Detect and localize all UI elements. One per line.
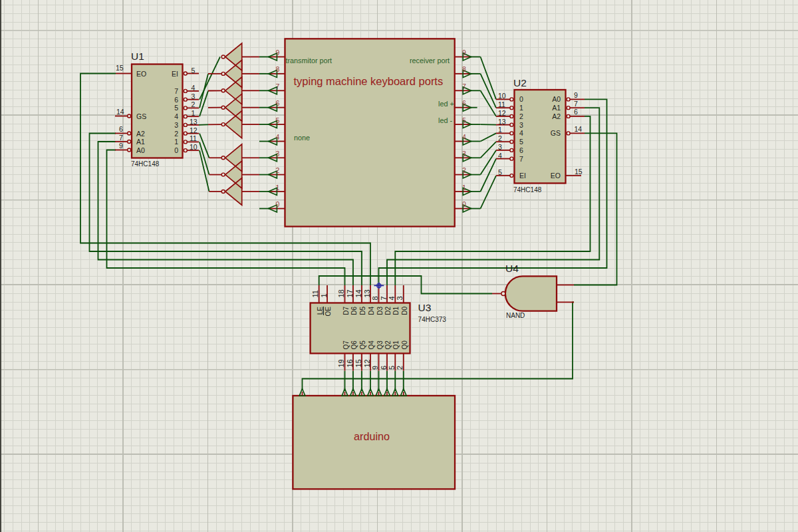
svg-text:4: 4	[276, 133, 280, 141]
svg-text:4: 4	[519, 129, 523, 137]
svg-text:typing machine keyboard ports: typing machine keyboard ports	[294, 75, 444, 87]
svg-text:13: 13	[190, 118, 198, 126]
svg-text:EI: EI	[172, 70, 178, 78]
svg-text:6: 6	[519, 146, 523, 154]
svg-text:14: 14	[575, 125, 583, 133]
svg-text:Q1: Q1	[392, 340, 400, 350]
svg-text:3: 3	[174, 121, 178, 129]
svg-text:3: 3	[498, 143, 502, 151]
svg-text:14: 14	[116, 108, 124, 116]
svg-text:Q6: Q6	[350, 340, 358, 350]
svg-text:74HC373: 74HC373	[418, 316, 447, 323]
svg-text:13: 13	[498, 118, 506, 126]
svg-text:D7: D7	[342, 307, 350, 315]
svg-text:9: 9	[574, 91, 578, 99]
svg-text:Q2: Q2	[384, 340, 392, 350]
svg-text:0: 0	[519, 95, 523, 103]
svg-text:2: 2	[498, 134, 502, 142]
svg-text:3: 3	[192, 92, 196, 100]
svg-text:19: 19	[337, 359, 345, 367]
svg-text:11: 11	[311, 290, 319, 297]
svg-text:4: 4	[498, 152, 502, 160]
svg-text:A0: A0	[136, 146, 145, 154]
svg-text:7: 7	[574, 100, 578, 108]
svg-text:Q3: Q3	[376, 340, 384, 350]
svg-text:6: 6	[276, 99, 280, 107]
svg-text:9: 9	[276, 49, 280, 57]
svg-text:0: 0	[174, 146, 178, 154]
svg-text:A1: A1	[136, 138, 145, 146]
svg-text:0: 0	[276, 200, 280, 208]
svg-text:GS: GS	[551, 129, 561, 137]
svg-text:D2: D2	[384, 307, 392, 315]
svg-text:LE: LE	[317, 307, 324, 315]
svg-text:Q4: Q4	[368, 340, 375, 350]
svg-text:15: 15	[354, 359, 362, 367]
svg-text:10: 10	[190, 143, 198, 151]
svg-text:D5: D5	[359, 307, 366, 315]
svg-text:5: 5	[388, 366, 396, 370]
svg-text:receiver port: receiver port	[410, 57, 450, 65]
svg-text:6: 6	[574, 108, 578, 116]
svg-text:2: 2	[519, 112, 523, 120]
svg-text:1: 1	[192, 109, 196, 117]
svg-text:A1: A1	[552, 104, 561, 112]
svg-text:11: 11	[498, 100, 505, 108]
svg-text:14: 14	[354, 289, 362, 297]
svg-text:12: 12	[190, 126, 198, 134]
svg-text:A2: A2	[136, 130, 145, 138]
svg-text:U4: U4	[505, 263, 519, 274]
svg-text:2: 2	[396, 366, 404, 370]
svg-text:D0: D0	[401, 307, 408, 315]
svg-text:3: 3	[276, 150, 280, 158]
svg-text:none: none	[294, 134, 310, 142]
svg-text:D1: D1	[392, 307, 400, 315]
svg-text:74HC148: 74HC148	[513, 186, 542, 194]
svg-text:NAND: NAND	[506, 312, 525, 319]
svg-text:9: 9	[119, 142, 123, 150]
svg-text:1: 1	[462, 184, 466, 192]
svg-text:18: 18	[337, 289, 345, 297]
svg-text:7: 7	[276, 82, 280, 90]
svg-text:12: 12	[363, 359, 371, 367]
svg-text:EO: EO	[136, 70, 146, 78]
svg-text:5: 5	[192, 66, 196, 74]
svg-text:2: 2	[462, 166, 466, 174]
svg-text:Q5: Q5	[359, 340, 366, 350]
svg-text:1: 1	[174, 138, 178, 146]
svg-text:A0: A0	[552, 95, 561, 103]
svg-text:EO: EO	[551, 172, 561, 180]
svg-text:3: 3	[462, 150, 466, 158]
svg-text:5: 5	[519, 138, 523, 146]
svg-text:5: 5	[174, 104, 178, 112]
svg-text:6: 6	[174, 96, 178, 104]
svg-text:7: 7	[174, 87, 178, 95]
svg-text:7: 7	[519, 155, 523, 163]
svg-text:6: 6	[380, 366, 388, 370]
svg-text:arduino: arduino	[354, 430, 390, 442]
svg-text:11: 11	[190, 134, 197, 142]
svg-text:GS: GS	[136, 112, 146, 120]
svg-text:9: 9	[371, 366, 379, 370]
svg-text:1: 1	[519, 104, 523, 112]
svg-text:D6: D6	[350, 307, 358, 315]
svg-text:74HC148: 74HC148	[131, 160, 160, 168]
svg-text:13: 13	[363, 289, 371, 297]
svg-text:A2: A2	[552, 112, 561, 120]
svg-text:led +: led +	[438, 100, 454, 108]
svg-text:16: 16	[346, 359, 354, 367]
svg-text:17: 17	[346, 289, 354, 297]
svg-text:8: 8	[276, 65, 280, 73]
svg-text:10: 10	[498, 92, 506, 100]
svg-text:5: 5	[498, 168, 502, 176]
svg-text:12: 12	[498, 109, 506, 117]
svg-text:1: 1	[498, 126, 502, 134]
svg-text:15: 15	[116, 64, 124, 72]
svg-text:EI: EI	[519, 172, 526, 180]
svg-text:3: 3	[396, 296, 404, 300]
svg-text:9: 9	[462, 49, 466, 57]
svg-text:2: 2	[174, 130, 178, 138]
svg-text:4: 4	[174, 112, 178, 120]
svg-text:D3: D3	[376, 307, 384, 315]
svg-text:5: 5	[276, 116, 280, 124]
